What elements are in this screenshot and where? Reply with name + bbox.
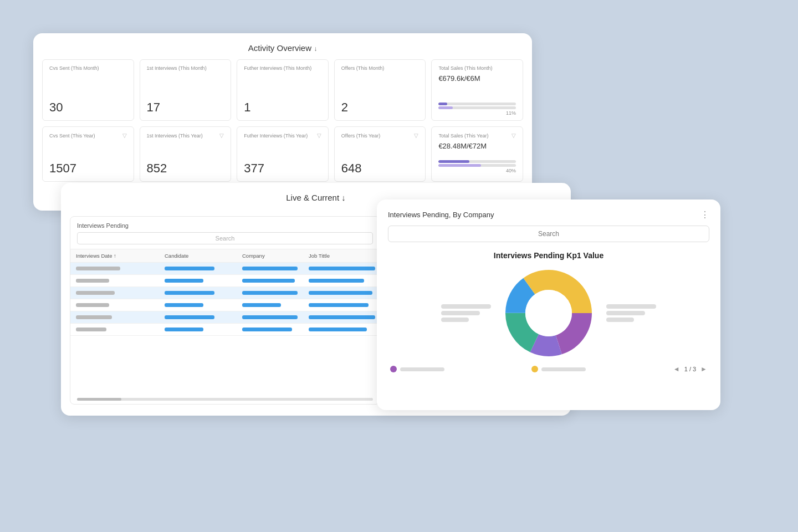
stat-value-offers-year: 648 [341,161,362,176]
legend-left [441,304,491,322]
legend-dot-yellow [531,366,538,372]
stat-label-futher-month: Futher Interviews (This Month) [244,65,311,71]
stat-cvs-year: Cvs Sent (This Year) ▽ 1507 [42,126,134,182]
cell-company [237,324,303,335]
progress-bar-total-year-secondary [438,164,516,167]
legend-dot-bar-purple [400,367,444,371]
legend-right [606,304,656,322]
stat-value-cvs-month: 30 [49,100,63,115]
filter-icon-offers-year[interactable]: ▽ [414,132,418,139]
stat-1st-interview-year: 1st Interviews (This Year) ▽ 852 [140,126,232,182]
stat-label-cvs-month: Cvs Sent (This Month) [49,65,99,71]
col-label-job: Job Tittle [309,253,330,259]
more-options-icon[interactable]: ⋮ [700,209,709,220]
cell-job [303,299,380,311]
cell-job [303,275,380,287]
cell-job [303,287,380,299]
stats-row-1: Cvs Sent (This Month) 30 1st Interviews … [33,59,532,126]
cell-candidate [159,287,237,299]
cell-company [237,263,303,274]
stat-label-1st-month: 1st Interviews (This Month) [147,65,207,71]
company-card-title: Interviews Pending, By Company [388,211,494,219]
cell-candidate [159,311,237,323]
cell-date [70,287,159,299]
col-candidate: Candidate [159,249,237,262]
stat-label-1st-year: 1st Interviews (This Year) [147,133,203,139]
progress-fill-year-secondary [438,164,481,167]
table-row[interactable] [70,324,380,336]
activity-overview-title: Activity Overview ↓ [33,33,532,59]
table-row[interactable] [70,287,380,299]
stat-label-cvs-year: Cvs Sent (This Year) [49,133,95,139]
progress-fill-primary [438,103,447,105]
progress-bar-total-year-primary [438,160,516,163]
company-search-input[interactable] [388,226,709,242]
stats-row-2: Cvs Sent (This Year) ▽ 1507 1st Intervie… [33,126,532,187]
table-row[interactable] [70,263,380,275]
stat-label-futher-year: Futher Interviews (This Year) [244,133,308,139]
legend-bar-left-3 [441,318,469,322]
stat-futher-interview-year: Futher Interviews (This Year) ▽ 377 [237,126,329,182]
filter-icon-cvs-year[interactable]: ▽ [122,132,127,139]
stat-label-offers-month: Offers (This Month) [341,65,384,71]
stat-value-cvs-year: 1507 [49,161,76,176]
progress-fill-secondary [438,106,452,109]
col-company: Company [237,249,303,262]
cell-date [70,275,159,287]
stat-1st-interview-month: 1st Interviews (This Month) 17 [140,59,232,121]
panel-title: Interviews Pending [77,222,129,229]
cell-date [70,299,159,311]
next-page-button[interactable]: ► [700,365,707,373]
panel-header: Interviews Pending [70,217,380,232]
prev-page-button[interactable]: ◄ [673,365,680,373]
legend-bar-right-2 [606,311,645,315]
svg-point-5 [525,290,572,336]
stat-value-offers-month: 2 [341,100,348,115]
cell-candidate [159,263,237,274]
table-row[interactable] [70,299,380,311]
cell-candidate [159,275,237,287]
table-row[interactable] [70,275,380,287]
cell-date [70,311,159,323]
cell-date [70,263,159,274]
stat-total-sales-month: Total Sales (This Month) €679.6k/€6M 11% [431,59,523,121]
cell-company [237,311,303,323]
legend-bar-right-3 [606,318,634,322]
progress-fill-year-primary [438,160,469,163]
live-current-title-text: Live & Current [286,193,339,202]
panel-search[interactable]: Search [77,232,373,244]
table-row[interactable] [70,311,380,324]
col-label-date: Interviews Date ↑ [76,253,116,259]
scrollbar[interactable] [70,398,380,401]
scrollbar-thumb [77,398,121,401]
legend-bar-left-2 [441,311,480,315]
stat-futher-interview-month: Futher Interviews (This Month) 1 [237,59,329,121]
filter-icon-total-year[interactable]: ▽ [511,132,516,139]
stat-label-total-month: Total Sales (This Month) [438,65,492,71]
cell-company [237,299,303,311]
legend-dots-left [390,366,444,372]
stat-offers-year: Offers (This Year) ▽ 648 [334,126,426,182]
stat-value-total-month: €679.6k/€6M [438,74,516,83]
filter-icon-futher-year[interactable]: ▽ [317,132,321,139]
stat-label-offers-year: Offers (This Year) [341,133,380,139]
search-placeholder: Search [216,235,235,242]
filter-icon-1st-year[interactable]: ▽ [219,132,224,139]
col-job-title: Job Tittle [303,249,380,262]
company-card-header: Interviews Pending, By Company ⋮ [388,209,709,220]
scrollbar-track [77,398,373,401]
live-current-title-arrow: ↓ [341,193,346,202]
company-chart-card: Interviews Pending, By Company ⋮ Intervi… [377,200,720,410]
progress-bar-total-month-secondary [438,106,516,109]
col-label-candidate: Candidate [165,253,188,259]
progress-bar-total-month-primary [438,103,516,105]
cell-date [70,324,159,335]
legend-bar-right-1 [606,304,656,309]
cell-company [237,275,303,287]
table-header: Interviews Date ↑ Candidate Company Job … [70,249,380,263]
stat-value-1st-year: 852 [147,161,167,176]
stat-value-total-year: €28.48M/€72M [438,142,516,150]
stat-offers-month: Offers (This Month) 2 [334,59,426,121]
stat-total-sales-year: Total Sales (This Year) ▽ €28.48M/€72M 4… [431,126,523,182]
col-interviews-date: Interviews Date ↑ [70,249,159,262]
